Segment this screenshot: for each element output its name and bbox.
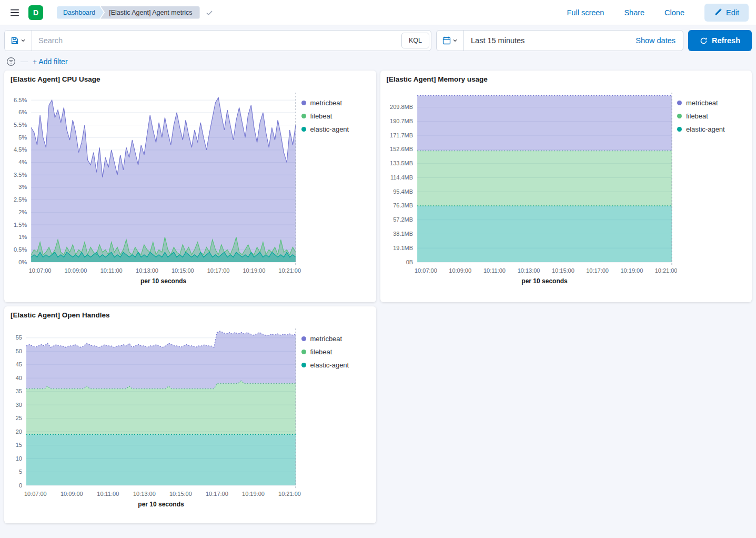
add-filter-link[interactable]: + Add filter	[33, 57, 68, 66]
svg-text:15: 15	[16, 442, 22, 448]
svg-text:10:13:00: 10:13:00	[133, 491, 156, 497]
dashboard-grid: [Elastic Agent] CPU Usage 0%0.5%1%1.5%2%…	[4, 71, 752, 523]
svg-text:152.6MB: 152.6MB	[390, 146, 413, 152]
legend-dot	[301, 350, 306, 354]
svg-text:5%: 5%	[18, 134, 27, 141]
panel-memory-usage: [Elastic Agent] Memory usage 0B19.1MB38.…	[380, 71, 752, 302]
panel-title: [Elastic Agent] CPU Usage	[11, 75, 373, 83]
svg-text:50: 50	[16, 348, 22, 354]
chart-legend: metricbeatfilebeatelastic-agent	[677, 86, 749, 295]
legend-label: metricbeat	[686, 99, 718, 107]
svg-text:10:09:00: 10:09:00	[61, 491, 83, 497]
svg-text:6%: 6%	[18, 109, 27, 115]
svg-text:45: 45	[16, 361, 22, 367]
svg-text:1%: 1%	[18, 234, 27, 240]
legend-item[interactable]: elastic-agent	[301, 125, 373, 133]
cpu-usage-area-chart: 0%0.5%1%1.5%2%2.5%3%3.5%4%4.5%5%5.5%6%6.…	[11, 86, 301, 295]
legend-item[interactable]: filebeat	[301, 348, 373, 356]
chart-canvas: 0%0.5%1%1.5%2%2.5%3%3.5%4%4.5%5%5.5%6%6.…	[11, 86, 301, 293]
svg-text:171.7MB: 171.7MB	[390, 132, 413, 138]
svg-text:3.5%: 3.5%	[14, 172, 27, 178]
edit-button[interactable]: Edit	[704, 4, 749, 22]
svg-text:0%: 0%	[18, 259, 27, 265]
breadcrumb-dashboard[interactable]: Dashboard	[57, 6, 104, 19]
svg-text:10:21:00: 10:21:00	[278, 491, 301, 497]
chart-canvas: 051015202530354045505510:07:0010:09:0010…	[11, 322, 301, 516]
panel-title: [Elastic Agent] Open Handles	[11, 311, 373, 319]
svg-text:133.5MB: 133.5MB	[390, 160, 413, 166]
breadcrumb: Dashboard [Elastic Agent] Agent metrics	[57, 6, 214, 19]
date-picker-group: Last 15 minutes Show dates	[436, 30, 683, 51]
svg-text:5.5%: 5.5%	[14, 122, 27, 128]
panel-open-handles: [Elastic Agent] Open Handles 05101520253…	[4, 306, 376, 523]
svg-text:10:19:00: 10:19:00	[620, 267, 643, 274]
svg-text:10:17:00: 10:17:00	[207, 267, 230, 274]
legend-label: metricbeat	[310, 335, 342, 343]
svg-text:10:09:00: 10:09:00	[449, 267, 471, 274]
svg-text:10:19:00: 10:19:00	[243, 267, 265, 274]
query-bar: KQL Last 15 minutes Show dates Refresh	[4, 30, 752, 51]
legend-item[interactable]: metricbeat	[301, 99, 373, 107]
svg-text:per 10 seconds: per 10 seconds	[138, 501, 184, 508]
svg-text:10:19:00: 10:19:00	[242, 491, 265, 497]
svg-text:10:11:00: 10:11:00	[97, 491, 119, 497]
refresh-button-label: Refresh	[712, 36, 740, 45]
svg-text:5: 5	[19, 469, 22, 475]
panel-title: [Elastic Agent] Memory usage	[387, 75, 749, 83]
hamburger-menu-button[interactable]	[7, 5, 22, 20]
svg-text:0.5%: 0.5%	[14, 246, 27, 253]
svg-text:95.4MB: 95.4MB	[393, 188, 413, 195]
svg-text:4.5%: 4.5%	[14, 146, 27, 153]
svg-text:10:07:00: 10:07:00	[414, 267, 437, 274]
legend-item[interactable]: elastic-agent	[677, 125, 749, 133]
svg-text:114.4MB: 114.4MB	[390, 174, 412, 181]
legend-item[interactable]: metricbeat	[301, 335, 373, 343]
legend-label: filebeat	[310, 348, 332, 356]
svg-text:2.5%: 2.5%	[14, 196, 27, 203]
legend-dot	[677, 114, 682, 118]
time-range-value[interactable]: Last 15 minutes	[464, 36, 628, 45]
svg-text:10:13:00: 10:13:00	[517, 267, 540, 274]
legend-dot	[301, 363, 306, 367]
refresh-button[interactable]: Refresh	[688, 30, 752, 51]
open-handles-area-chart: 051015202530354045505510:07:0010:09:0010…	[11, 322, 301, 518]
svg-text:1.5%: 1.5%	[14, 222, 27, 228]
svg-text:0: 0	[19, 482, 22, 489]
svg-text:0B: 0B	[406, 259, 412, 265]
kql-language-button[interactable]: KQL	[401, 33, 429, 48]
search-input[interactable]	[32, 31, 401, 51]
full-screen-link[interactable]: Full screen	[567, 8, 604, 17]
filter-icon	[6, 57, 16, 66]
svg-text:38.1MB: 38.1MB	[393, 231, 413, 237]
svg-text:10:07:00: 10:07:00	[24, 491, 47, 497]
svg-text:20: 20	[16, 429, 22, 435]
legend-dot	[301, 336, 306, 341]
legend-item[interactable]: filebeat	[301, 112, 373, 120]
edit-button-label: Edit	[726, 8, 739, 17]
legend-label: filebeat	[686, 112, 708, 120]
legend-item[interactable]: metricbeat	[677, 99, 749, 107]
svg-text:76.3MB: 76.3MB	[393, 202, 413, 208]
space-avatar[interactable]: D	[28, 5, 43, 20]
legend-dot	[301, 101, 306, 105]
svg-text:per 10 seconds: per 10 seconds	[521, 277, 568, 285]
saved-query-menu-button[interactable]	[5, 31, 32, 51]
svg-text:40: 40	[16, 375, 22, 381]
legend-dot	[301, 114, 306, 118]
legend-item[interactable]: filebeat	[677, 112, 749, 120]
clone-link[interactable]: Clone	[664, 8, 684, 17]
check-icon	[205, 8, 214, 17]
hamburger-icon	[11, 8, 19, 17]
share-link[interactable]: Share	[624, 8, 644, 17]
show-dates-link[interactable]: Show dates	[628, 36, 683, 45]
chart-legend: metricbeatfilebeatelastic-agent	[301, 86, 373, 295]
breadcrumb-current-page: [Elastic Agent] Agent metrics	[100, 6, 199, 19]
top-bar: D Dashboard [Elastic Agent] Agent metric…	[0, 0, 756, 25]
legend-item[interactable]: elastic-agent	[301, 361, 373, 369]
filter-divider	[21, 62, 28, 62]
legend-label: metricbeat	[310, 99, 342, 107]
svg-text:10:21:00: 10:21:00	[654, 267, 677, 274]
refresh-icon	[700, 37, 708, 45]
svg-text:10:09:00: 10:09:00	[64, 267, 87, 274]
date-quick-menu-button[interactable]	[437, 31, 464, 51]
